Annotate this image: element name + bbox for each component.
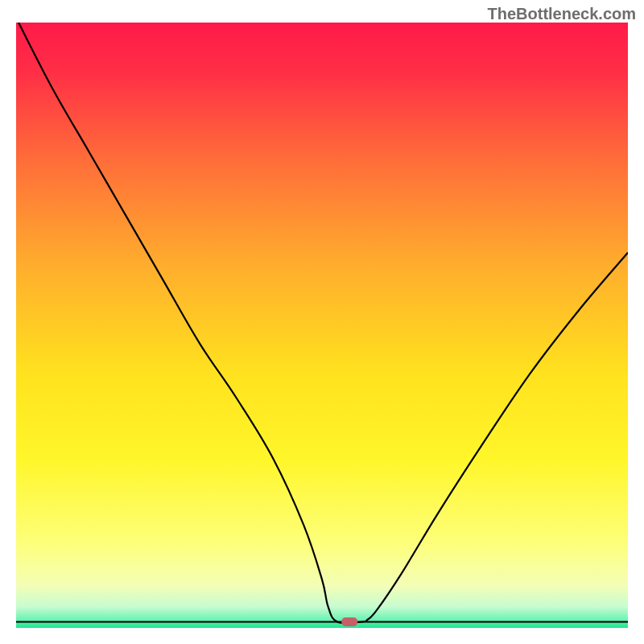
gradient-background bbox=[16, 23, 628, 628]
chart-container: TheBottleneck.com bbox=[0, 0, 644, 644]
watermark-text: TheBottleneck.com bbox=[488, 5, 636, 23]
valley-marker bbox=[341, 617, 357, 626]
plot-area bbox=[16, 23, 628, 628]
chart-svg bbox=[16, 23, 628, 628]
